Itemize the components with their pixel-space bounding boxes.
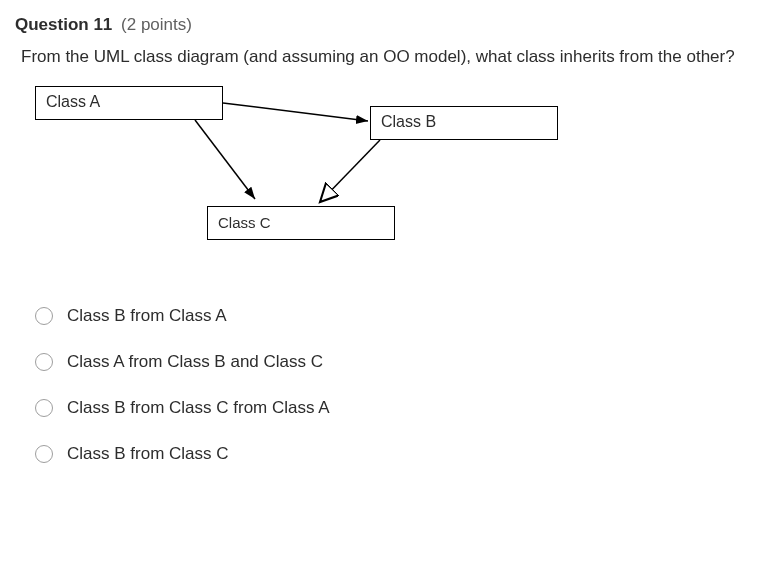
svg-line-2 (320, 140, 380, 202)
option-label: Class B from Class C (67, 444, 229, 464)
question-number: Question 11 (15, 15, 112, 34)
radio-icon (35, 307, 53, 325)
radio-icon (35, 399, 53, 417)
class-a-box: Class A (35, 86, 223, 120)
option-label: Class B from Class C from Class A (67, 398, 330, 418)
option-1[interactable]: Class B from Class A (35, 306, 778, 326)
option-label: Class B from Class A (67, 306, 227, 326)
radio-icon (35, 445, 53, 463)
svg-line-0 (223, 103, 368, 121)
class-b-box: Class B (370, 106, 558, 140)
option-4[interactable]: Class B from Class C (35, 444, 778, 464)
uml-diagram: Class A Class B Class C (30, 81, 630, 281)
class-c-box: Class C (207, 206, 395, 240)
answer-options: Class B from Class A Class A from Class … (35, 306, 778, 464)
option-3[interactable]: Class B from Class C from Class A (35, 398, 778, 418)
radio-icon (35, 353, 53, 371)
question-header: Question 11 (2 points) (15, 15, 778, 35)
question-points: (2 points) (121, 15, 192, 34)
svg-line-1 (195, 120, 255, 199)
question-prompt: From the UML class diagram (and assuming… (21, 45, 771, 69)
option-label: Class A from Class B and Class C (67, 352, 323, 372)
option-2[interactable]: Class A from Class B and Class C (35, 352, 778, 372)
